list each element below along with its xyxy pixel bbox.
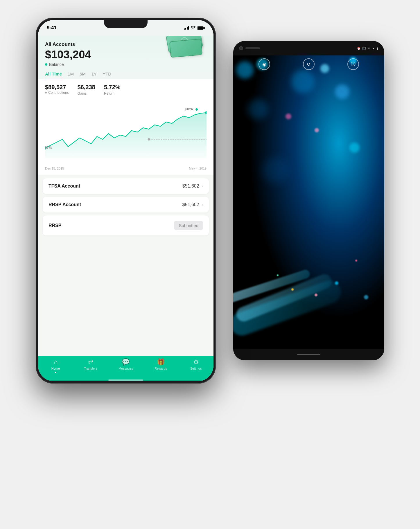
tab-1m[interactable]: 1M: [68, 71, 74, 79]
tab-messages[interactable]: 💬 Messages: [117, 358, 134, 370]
transfers-icon: ⇄: [88, 358, 93, 366]
home-tab-dot: [55, 372, 56, 373]
android-camera: [239, 46, 243, 50]
portfolio-chart: [45, 102, 207, 160]
submitted-label: Submitted: [179, 223, 198, 228]
contributions-label: Contributions: [48, 91, 69, 95]
battery-icon: [197, 26, 205, 30]
tab-home[interactable]: ⌂ Home: [47, 358, 64, 373]
gains-label: Gains: [78, 91, 87, 96]
tfsa-account-card[interactable]: TFSA Account $51,602 ›: [43, 178, 209, 194]
chart-end-date: May 4, 2019: [189, 167, 207, 170]
ios-screen: All Accounts $103,204 Balance All Time 1…: [38, 36, 213, 381]
android-overlay-icons: ◉ ↺ ⓘ: [233, 58, 384, 70]
tab-transfers[interactable]: ⇄ Transfers: [82, 358, 99, 370]
tfsa-account-value: $51,602: [182, 183, 199, 189]
contributions-label-row: Contributions: [45, 91, 69, 95]
messages-tab-label: Messages: [119, 367, 133, 370]
chart-high-label: $103k: [185, 107, 198, 111]
tfsa-account-name: TFSA Account: [49, 183, 80, 189]
rrsp-account-card[interactable]: RRSP Account $51,602 ›: [43, 197, 209, 213]
android-phone: ⏰ 📳 ▼ ▲ ▮: [233, 41, 384, 360]
tab-rewards[interactable]: 🎁 Rewards: [152, 358, 170, 370]
tab-6m[interactable]: 6M: [80, 71, 86, 79]
balance-green-dot: [45, 63, 47, 66]
ios-notch: [104, 20, 148, 28]
android-bottom-bar: [233, 349, 384, 360]
rrsp-account-name: RRSP Account: [49, 202, 81, 207]
android-wifi-icon: ▼: [367, 47, 370, 50]
ios-tab-bar: ⌂ Home ⇄ Transfers 💬 Messages 🎁 Rew: [38, 356, 213, 380]
ios-header: All Accounts $103,204 Balance All Time 1…: [38, 36, 213, 79]
rrsp-account-value: $51,602: [182, 202, 199, 207]
return-stat: 5.72% Return: [104, 84, 121, 96]
rrsp-chevron-icon: ›: [202, 202, 203, 207]
android-background: ◉ ↺ ⓘ: [233, 55, 384, 349]
android-alarm-icon: ⏰: [357, 47, 360, 50]
tab-1y[interactable]: 1Y: [91, 71, 97, 79]
android-camera-area: [239, 46, 260, 50]
ios-time: 9:41: [47, 25, 57, 31]
gains-stat: $6,238 Gains: [78, 84, 95, 96]
android-screen: ◉ ↺ ⓘ: [233, 55, 384, 349]
submitted-badge: Submitted: [174, 221, 203, 230]
ios-home-indicator: [38, 380, 213, 381]
return-label: Return: [104, 91, 114, 96]
transfers-tab-label: Transfers: [84, 367, 97, 370]
tab-ytd[interactable]: YTD: [103, 71, 111, 79]
rrsp-account-right: $51,602 ›: [182, 202, 203, 207]
android-status-bar: ⏰ 📳 ▼ ▲ ▮: [233, 41, 384, 55]
settings-icon: ⚙: [193, 358, 199, 366]
chart-start-date: Dec 15, 2015: [45, 167, 64, 170]
android-eye-icon[interactable]: ◉: [259, 58, 270, 70]
contributions-dot: [45, 92, 47, 93]
stats-row: $89,527 Contributions $6,238 Gains: [45, 84, 207, 99]
tfsa-chevron-icon: ›: [202, 183, 203, 189]
gains-value: $6,238: [78, 84, 95, 91]
contributions-value: $89,527: [45, 84, 69, 91]
time-tabs: All Time 1M 6M 1Y YTD: [45, 71, 207, 79]
contributions-stat: $89,527 Contributions: [45, 84, 69, 96]
rrsp-pending-card[interactable]: RRSP Submitted: [43, 215, 209, 235]
settings-tab-label: Settings: [190, 367, 202, 370]
accounts-section: TFSA Account $51,602 › RRSP Account $51,…: [38, 175, 213, 242]
android-battery-icon: ▮: [377, 47, 378, 50]
chart-step-dot: [148, 138, 150, 141]
android-speaker: [245, 47, 260, 49]
chart-low-label: $87k: [45, 146, 52, 149]
home-bar: [108, 379, 143, 381]
tab-all-time[interactable]: All Time: [45, 71, 62, 79]
ios-status-bar: 9:41: [38, 20, 213, 36]
messages-icon: 💬: [122, 358, 130, 366]
android-home-bar-indicator: [297, 354, 320, 355]
money-bill-back: [169, 39, 202, 57]
signal-bars-icon: [184, 26, 189, 30]
stats-section: $89,527 Contributions $6,238 Gains: [38, 79, 213, 99]
tfsa-account-right: $51,602 ›: [182, 183, 203, 189]
wifi-icon: [191, 26, 195, 30]
home-icon: ⌂: [54, 358, 58, 366]
android-signal-icon: ▲: [372, 47, 375, 50]
rewards-icon: 🎁: [157, 358, 165, 366]
return-value: 5.72%: [104, 84, 121, 91]
android-info-icon[interactable]: ⓘ: [347, 58, 359, 70]
tab-settings[interactable]: ⚙ Settings: [187, 358, 205, 370]
ios-scrollable-content[interactable]: $89,527 Contributions $6,238 Gains: [38, 79, 213, 356]
chart-area: $103k: [38, 99, 213, 167]
chart-dates: Dec 15, 2015 May 4, 2019: [38, 167, 213, 175]
ios-inner-screen: 9:41: [38, 20, 213, 381]
ios-phone: 9:41: [36, 18, 216, 384]
android-vibrate-icon: 📳: [362, 47, 366, 50]
balance-label-row: Balance: [45, 62, 207, 67]
android-history-icon[interactable]: ↺: [303, 58, 315, 70]
scene: ⏰ 📳 ▼ ▲ ▮: [36, 18, 384, 511]
balance-label: Balance: [49, 62, 64, 67]
android-status-icons: ⏰ 📳 ▼ ▲ ▮: [357, 47, 378, 50]
money-illustration: [167, 36, 208, 62]
rrsp-pending-name: RRSP: [49, 223, 61, 228]
home-tab-label: Home: [51, 367, 60, 370]
ios-status-icons: [184, 26, 205, 30]
rewards-tab-label: Rewards: [155, 367, 167, 370]
